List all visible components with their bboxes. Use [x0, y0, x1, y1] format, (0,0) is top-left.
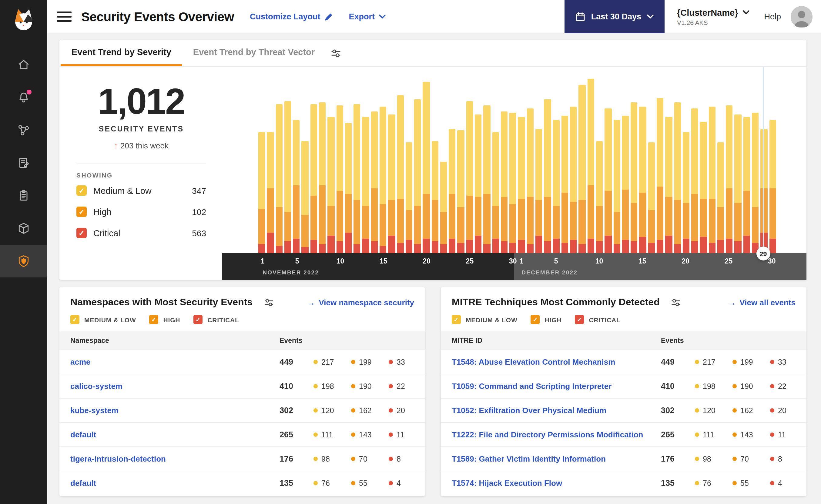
high-checkbox[interactable]: ✓: [76, 207, 87, 217]
chart-bar-nov-8[interactable]: [319, 102, 326, 253]
chart-bar-nov-30[interactable]: [509, 113, 516, 253]
severity-filter-medium[interactable]: ✓Medium & Low347: [76, 180, 206, 201]
chart-bar-nov-5[interactable]: [293, 120, 300, 253]
chart-bar-nov-19[interactable]: [414, 99, 421, 253]
chart-bar-dec-2[interactable]: [527, 108, 533, 253]
chart-bar-dec-8[interactable]: [579, 85, 586, 253]
chart-bar-dec-29[interactable]: [761, 129, 768, 253]
chart-bar-nov-3[interactable]: [276, 104, 283, 253]
chart-bar-nov-22[interactable]: [440, 161, 447, 253]
help-link[interactable]: Help: [764, 12, 781, 21]
severity-filter-critical[interactable]: ✓CRITICAL: [575, 315, 620, 324]
tune-filter-icon[interactable]: [671, 298, 681, 307]
chart-bar-dec-4[interactable]: [544, 99, 551, 253]
chart-bar-dec-1[interactable]: [518, 117, 525, 253]
namespace-link[interactable]: acme: [70, 357, 280, 366]
chart-bar-nov-23[interactable]: [449, 129, 456, 253]
chart-bar-dec-12[interactable]: [613, 120, 620, 253]
sidebar-item-workloads[interactable]: [0, 212, 47, 245]
sidebar-item-security-events[interactable]: [0, 245, 47, 277]
chart-bar-dec-6[interactable]: [561, 116, 568, 253]
mitre-technique-link[interactable]: T1052: Exfiltration Over Physical Medium: [452, 406, 661, 415]
medium-checkbox[interactable]: ✓: [70, 315, 79, 324]
chart-bar-dec-26[interactable]: [735, 114, 742, 253]
chart-bar-nov-7[interactable]: [310, 104, 317, 253]
namespace-link[interactable]: tigera-intrusion-detection: [70, 454, 280, 463]
sidebar-item-alerts[interactable]: [0, 81, 47, 114]
severity-filter-high[interactable]: ✓HIGH: [149, 315, 180, 324]
chart-bar-dec-16[interactable]: [648, 142, 655, 253]
tune-filter-icon[interactable]: [264, 298, 274, 307]
high-checkbox[interactable]: ✓: [149, 315, 158, 324]
date-range-button[interactable]: Last 30 Days: [564, 0, 665, 33]
mitre-technique-link[interactable]: T1059: Command and Scripting Interpreter: [452, 382, 661, 391]
chart-bar-nov-11[interactable]: [345, 123, 352, 253]
severity-filter-critical[interactable]: ✓CRITICAL: [193, 315, 239, 324]
sidebar-item-compliance[interactable]: [0, 179, 47, 212]
chart-bar-dec-21[interactable]: [691, 108, 698, 253]
chart-bar-nov-4[interactable]: [284, 101, 291, 253]
chart-bar-dec-30[interactable]: [769, 120, 776, 253]
chart-bar-nov-2[interactable]: [267, 132, 274, 253]
severity-filter-medium[interactable]: ✓MEDIUM & LOW: [70, 315, 136, 324]
medium-checkbox[interactable]: ✓: [76, 185, 87, 196]
chart-bar-dec-19[interactable]: [674, 102, 681, 253]
severity-filter-critical[interactable]: ✓Critical563: [76, 222, 206, 244]
customize-layout-button[interactable]: Customize Layout: [250, 12, 333, 21]
chart-bar-nov-12[interactable]: [354, 104, 361, 253]
chart-bar-dec-18[interactable]: [665, 117, 672, 253]
mitre-technique-link[interactable]: T1574: Hijack Execution Flow: [452, 479, 661, 488]
medium-checkbox[interactable]: ✓: [452, 315, 461, 324]
chart-bar-dec-17[interactable]: [657, 98, 664, 253]
chart-bar-dec-10[interactable]: [596, 141, 603, 253]
avatar[interactable]: [791, 6, 813, 28]
chart-bar-dec-14[interactable]: [631, 102, 638, 253]
mitre-technique-link[interactable]: T1222: File and Directory Permissions Mo…: [452, 430, 661, 439]
tune-filter-icon[interactable]: [331, 48, 341, 58]
chart-bar-dec-3[interactable]: [535, 129, 542, 253]
critical-checkbox[interactable]: ✓: [575, 315, 584, 324]
chart-bar-dec-20[interactable]: [683, 132, 690, 253]
high-checkbox[interactable]: ✓: [531, 315, 540, 324]
severity-filter-medium[interactable]: ✓MEDIUM & LOW: [452, 315, 517, 324]
severity-filter-high[interactable]: ✓HIGH: [531, 315, 562, 324]
sidebar-item-service-graph[interactable]: [0, 114, 47, 147]
sidebar-item-policies[interactable]: [0, 147, 47, 179]
chart-bar-dec-5[interactable]: [553, 120, 560, 253]
chart-bar-dec-27[interactable]: [743, 117, 750, 253]
mitre-technique-link[interactable]: T1589: Gather Victim Identity Informatio…: [452, 454, 661, 463]
selected-day-marker[interactable]: 29: [756, 247, 770, 260]
chart-bar-dec-28[interactable]: [752, 113, 759, 253]
chart-bar-dec-23[interactable]: [709, 107, 716, 253]
chart-bar-nov-14[interactable]: [371, 111, 378, 253]
tab-event-trend-by-threat-vector[interactable]: Event Trend by Threat Vector: [182, 40, 326, 66]
chart-bar-dec-13[interactable]: [622, 116, 629, 253]
chart-bar-nov-6[interactable]: [302, 141, 309, 253]
chart-bar-nov-21[interactable]: [431, 141, 438, 253]
chart-bar-nov-15[interactable]: [380, 107, 387, 253]
chart-bar-nov-27[interactable]: [484, 105, 490, 253]
view-all-events-link[interactable]: → View all events: [728, 298, 796, 307]
tab-event-trend-by-severity[interactable]: Event Trend by Severity: [61, 40, 182, 66]
cluster-selector[interactable]: {ClusterName} V1.26 AKS: [677, 8, 750, 26]
export-button[interactable]: Export: [349, 12, 386, 21]
chart-bar-dec-7[interactable]: [570, 107, 577, 253]
severity-filter-high[interactable]: ✓High102: [76, 201, 206, 222]
namespace-link[interactable]: default: [70, 430, 280, 439]
chart-bar-nov-16[interactable]: [388, 114, 395, 253]
chart-bar-nov-9[interactable]: [328, 117, 335, 253]
namespace-link[interactable]: calico-system: [70, 382, 280, 391]
chart-bar-nov-28[interactable]: [492, 132, 499, 253]
critical-checkbox[interactable]: ✓: [76, 228, 87, 238]
mitre-technique-link[interactable]: T1548: Abuse Elevation Control Mechanism: [452, 357, 661, 366]
critical-checkbox[interactable]: ✓: [193, 315, 202, 324]
chart-bar-dec-22[interactable]: [700, 122, 707, 253]
chart-bar-nov-20[interactable]: [423, 82, 430, 253]
sidebar-item-home[interactable]: [0, 48, 47, 81]
chart-bar-nov-17[interactable]: [397, 95, 404, 253]
chart-bar-nov-29[interactable]: [501, 111, 508, 253]
chart-bar-nov-18[interactable]: [406, 142, 413, 253]
chart-bar-nov-24[interactable]: [457, 131, 464, 253]
chart-bar-nov-13[interactable]: [362, 117, 369, 253]
namespace-link[interactable]: default: [70, 479, 280, 488]
